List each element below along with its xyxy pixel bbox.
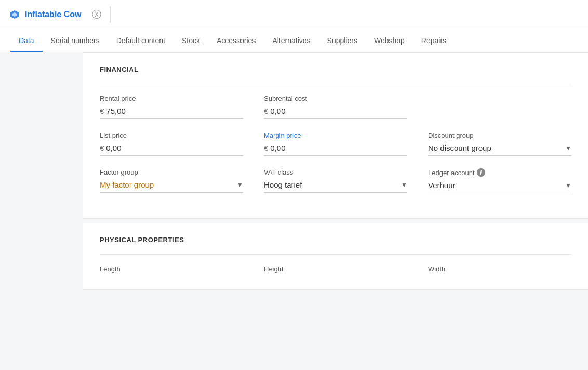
tab-data[interactable]: Data <box>10 29 43 52</box>
financial-section: FINANCIAL Rental price € 75,00 Subrental… <box>83 52 588 219</box>
factor-group-dropdown[interactable]: My factor group ▼ <box>100 180 243 193</box>
subrental-cost-amount: 0,00 <box>270 107 285 115</box>
header-divider <box>110 6 111 23</box>
margin-price-label: Margin price <box>264 131 407 139</box>
vat-class-dropdown[interactable]: Hoog tarief ▼ <box>264 180 407 193</box>
tab-webshop[interactable]: Webshop <box>366 29 413 52</box>
physical-section: PHYSICAL PROPERTIES Length Height Width <box>83 223 588 290</box>
main-layout: FINANCIAL Rental price € 75,00 Subrental… <box>0 52 588 370</box>
vat-class-label: VAT class <box>264 168 407 176</box>
rental-price-value[interactable]: € 75,00 <box>100 107 243 119</box>
sidebar <box>0 52 83 370</box>
financial-section-title: FINANCIAL <box>100 65 571 73</box>
discount-group-group: Discount group No discount group ▼ <box>428 131 571 156</box>
app-title: Inflatable Cow <box>25 10 81 19</box>
vat-class-value: Hoog tarief <box>264 180 302 189</box>
rental-price-label: Rental price <box>100 95 243 102</box>
factor-group-label: Factor group <box>100 168 243 176</box>
subrental-cost-currency: € <box>264 107 268 115</box>
section-divider-1 <box>100 84 571 84</box>
factor-group-group: Factor group My factor group ▼ <box>100 168 243 193</box>
discount-group-dropdown[interactable]: No discount group ▼ <box>428 143 571 156</box>
logo-icon <box>8 8 21 21</box>
margin-price-currency: € <box>264 143 268 152</box>
vat-class-group: VAT class Hoog tarief ▼ <box>264 168 407 193</box>
height-label: Height <box>264 265 407 273</box>
app-header: Inflatable Cow Ⓧ <box>0 0 588 29</box>
ledger-account-value: Verhuur <box>428 181 456 190</box>
rental-price-group: Rental price € 75,00 <box>100 95 243 119</box>
list-price-amount: 0,00 <box>106 143 121 152</box>
ledger-account-dropdown[interactable]: Verhuur ▼ <box>428 181 571 193</box>
width-group: Width <box>428 265 571 277</box>
discount-group-value: No discount group <box>428 143 491 152</box>
field-row-1: Rental price € 75,00 Subrental cost € 0,… <box>100 95 571 119</box>
physical-section-title: PHYSICAL PROPERTIES <box>100 236 571 244</box>
app-logo: Inflatable Cow <box>8 8 81 21</box>
tab-suppliers[interactable]: Suppliers <box>319 29 366 52</box>
rental-price-amount: 75,00 <box>106 107 126 115</box>
rental-price-currency: € <box>100 107 104 115</box>
ledger-account-arrow: ▼ <box>565 182 571 189</box>
close-icon: Ⓧ <box>92 8 101 21</box>
field-row-2: List price € 0,00 Margin price € 0,00 Di… <box>100 131 571 156</box>
tab-default-content[interactable]: Default content <box>108 29 173 52</box>
subrental-cost-label: Subrental cost <box>264 95 407 102</box>
ledger-account-label: Ledger account i <box>428 168 571 177</box>
field-row-3: Factor group My factor group ▼ VAT class… <box>100 168 571 193</box>
factor-group-value: My factor group <box>100 180 154 189</box>
subrental-cost-group: Subrental cost € 0,00 <box>264 95 407 119</box>
discount-group-arrow: ▼ <box>565 144 571 152</box>
physical-field-row: Length Height Width <box>100 265 571 277</box>
empty-group-1 <box>428 95 571 119</box>
list-price-currency: € <box>100 143 104 152</box>
tab-serial-numbers[interactable]: Serial numbers <box>43 29 108 52</box>
length-label: Length <box>100 265 243 273</box>
list-price-label: List price <box>100 131 243 139</box>
content-area: FINANCIAL Rental price € 75,00 Subrental… <box>83 52 588 370</box>
ledger-account-info-icon[interactable]: i <box>477 168 485 177</box>
factor-group-arrow: ▼ <box>237 181 243 189</box>
discount-group-label: Discount group <box>428 131 571 139</box>
margin-price-group: Margin price € 0,00 <box>264 131 407 156</box>
length-group: Length <box>100 265 243 277</box>
tab-stock[interactable]: Stock <box>173 29 208 52</box>
tab-accessories[interactable]: Accessories <box>208 29 264 52</box>
subrental-cost-value[interactable]: € 0,00 <box>264 107 407 119</box>
close-button[interactable]: Ⓧ <box>89 7 104 22</box>
section-divider-2 <box>100 254 571 255</box>
list-price-value[interactable]: € 0,00 <box>100 143 243 156</box>
ledger-account-group: Ledger account i Verhuur ▼ <box>428 168 571 193</box>
width-label: Width <box>428 265 571 273</box>
list-price-group: List price € 0,00 <box>100 131 243 156</box>
tab-alternatives[interactable]: Alternatives <box>264 29 318 52</box>
margin-price-value[interactable]: € 0,00 <box>264 143 407 156</box>
vat-class-arrow: ▼ <box>401 181 407 189</box>
tab-navigation: Data Serial numbers Default content Stoc… <box>0 29 588 52</box>
tab-repairs[interactable]: Repairs <box>413 29 455 52</box>
margin-price-amount: 0,00 <box>270 143 285 152</box>
height-group: Height <box>264 265 407 277</box>
